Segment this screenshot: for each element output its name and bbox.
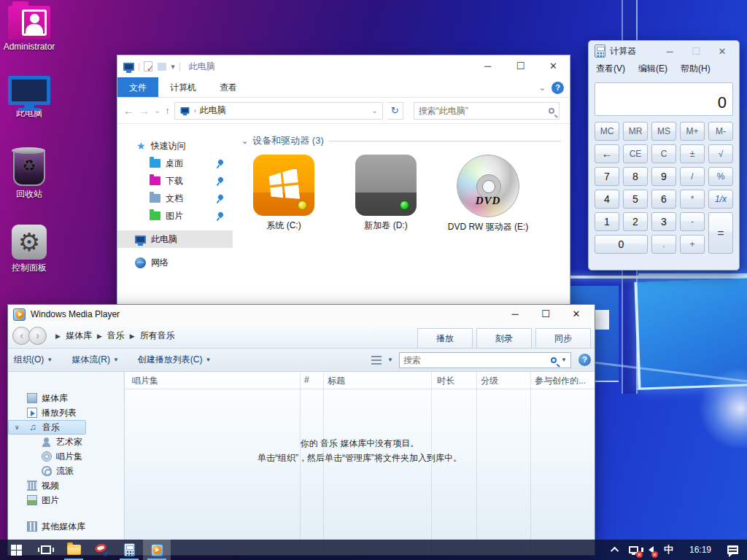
calculator-titlebar[interactable]: 计算器 ─ ☐ ✕: [589, 41, 739, 61]
back-button[interactable]: ←: [123, 104, 134, 117]
sidebar-item-desktop[interactable]: 桌面: [117, 155, 233, 172]
recent-locations-icon[interactable]: ⌄: [154, 106, 160, 115]
taskbar-calculator[interactable]: [115, 540, 143, 560]
close-button[interactable]: ✕: [561, 305, 592, 324]
button-c[interactable]: C: [651, 144, 676, 163]
taskbar-media-player[interactable]: [143, 540, 171, 560]
create-playlist-menu[interactable]: 创建播放列表(C)▼: [138, 354, 212, 366]
tab-computer[interactable]: 计算机: [158, 77, 208, 97]
button-1[interactable]: 1: [595, 212, 619, 231]
stream-menu[interactable]: 媒体流(R)▼: [71, 354, 119, 366]
minimize-button[interactable]: ─: [471, 55, 504, 77]
volume-status-icon[interactable]: ✕: [643, 540, 659, 560]
button-m-plus[interactable]: M+: [680, 122, 705, 141]
organize-menu[interactable]: 组织(O)▼: [14, 354, 53, 366]
button-decimal[interactable]: .: [651, 235, 676, 254]
tab-sync[interactable]: 同步: [535, 328, 591, 349]
button-3[interactable]: 3: [651, 212, 676, 231]
button-minus[interactable]: -: [680, 212, 705, 231]
search-input[interactable]: [419, 106, 549, 116]
desktop-icon-control-panel[interactable]: ⚙ 控制面板: [1, 225, 57, 274]
drive-e[interactable]: DVD DVD RW 驱动器 (E:): [447, 155, 529, 233]
button-mc[interactable]: MC: [595, 122, 619, 141]
button-ce[interactable]: CE: [623, 144, 648, 163]
action-center-button[interactable]: [722, 540, 747, 560]
forward-button[interactable]: →: [139, 104, 150, 117]
taskbar-snipping-tool[interactable]: ✂: [88, 540, 115, 560]
sidebar-item-this-pc[interactable]: 此电脑: [117, 230, 233, 248]
start-button[interactable]: [0, 540, 32, 560]
sidebar-item-pictures[interactable]: 图片: [117, 207, 233, 225]
column-contributing-artist[interactable]: 参与创作的...: [535, 375, 586, 387]
up-button[interactable]: ↑: [165, 105, 170, 116]
tab-burn[interactable]: 刻录: [476, 328, 532, 349]
button-mr[interactable]: MR: [623, 122, 648, 141]
show-hidden-icons-button[interactable]: [608, 540, 624, 560]
sidebar-item-album[interactable]: 唱片集: [8, 449, 124, 464]
sidebar-item-downloads[interactable]: 下载: [117, 172, 233, 190]
button-divide[interactable]: /: [680, 167, 705, 186]
sidebar-item-library[interactable]: 媒体库: [8, 391, 124, 405]
expand-ribbon-icon[interactable]: ⌄: [539, 83, 546, 93]
sidebar-item-other-libraries[interactable]: 其他媒体库: [8, 519, 124, 534]
button-2[interactable]: 2: [623, 212, 648, 231]
help-icon[interactable]: ?: [578, 354, 591, 366]
tab-file[interactable]: 文件: [117, 77, 158, 97]
button-sqrt[interactable]: √: [708, 144, 733, 163]
sidebar-item-music[interactable]: ∨ ♫ 音乐: [8, 420, 86, 435]
wmp-titlebar[interactable]: Windows Media Player ─ ☐ ✕: [8, 305, 595, 324]
button-backspace[interactable]: ←: [595, 144, 619, 163]
new-folder-icon[interactable]: [158, 63, 166, 71]
breadcrumb-music[interactable]: 音乐: [107, 330, 125, 342]
button-4[interactable]: 4: [595, 190, 619, 209]
explorer-titlebar[interactable]: | ▾ | 此电脑 ─ ☐ ✕: [117, 55, 570, 77]
button-plus[interactable]: +: [680, 235, 705, 254]
sidebar-item-documents[interactable]: 文档: [117, 190, 233, 207]
group-header[interactable]: ⌄ 设备和驱动器 (3): [241, 134, 561, 147]
desktop-icon-recycle-bin[interactable]: ♻ 回收站: [1, 149, 57, 201]
clock[interactable]: 16:19: [678, 540, 722, 560]
explorer-search[interactable]: [414, 102, 560, 120]
search-dropdown-icon[interactable]: ▼: [561, 357, 567, 363]
close-button[interactable]: ✕: [537, 55, 570, 77]
minimize-button[interactable]: ─: [500, 305, 530, 324]
help-icon[interactable]: ?: [551, 82, 564, 94]
button-m-minus[interactable]: M-: [708, 122, 733, 141]
button-8[interactable]: 8: [623, 167, 648, 186]
button-9[interactable]: 9: [651, 167, 676, 186]
button-ms[interactable]: MS: [651, 122, 676, 141]
menu-edit[interactable]: 编辑(E): [638, 63, 667, 75]
column-album[interactable]: 唱片集: [132, 375, 158, 387]
sidebar-item-quick-access[interactable]: ★ 快速访问: [117, 137, 233, 155]
ime-indicator[interactable]: 中: [659, 540, 678, 560]
forward-button[interactable]: ›: [28, 327, 47, 345]
button-0[interactable]: 0: [595, 235, 648, 254]
button-6[interactable]: 6: [651, 190, 676, 209]
column-length[interactable]: 时长: [437, 375, 454, 387]
breadcrumb-library[interactable]: 媒体库: [66, 330, 92, 342]
drive-c[interactable]: 系统 (C:): [243, 155, 325, 233]
desktop-icon-administrator[interactable]: Administrator: [1, 6, 57, 52]
collapse-group-icon[interactable]: ⌄: [241, 136, 248, 146]
address-bar[interactable]: › 此电脑 ⌄: [174, 102, 383, 120]
sidebar-item-artist[interactable]: 艺术家: [8, 435, 124, 449]
view-options-icon[interactable]: [371, 356, 382, 365]
button-multiply[interactable]: *: [680, 190, 705, 209]
button-percent[interactable]: %: [708, 167, 733, 186]
drive-d[interactable]: 新加卷 (D:): [345, 155, 427, 233]
sidebar-item-videos[interactable]: 视频: [8, 478, 124, 493]
column-rating[interactable]: 分级: [481, 375, 498, 387]
address-dropdown-icon[interactable]: ⌄: [371, 106, 377, 114]
taskbar-file-explorer[interactable]: [60, 540, 88, 560]
sidebar-item-network[interactable]: 网络: [117, 254, 233, 271]
column-title[interactable]: 标题: [328, 375, 345, 387]
minimize-button[interactable]: ─: [659, 46, 681, 57]
chevron-down-icon[interactable]: ∨: [15, 424, 20, 431]
properties-icon[interactable]: [144, 61, 152, 71]
button-equals[interactable]: =: [708, 212, 733, 254]
button-7[interactable]: 7: [595, 167, 619, 186]
sidebar-item-genre[interactable]: 流派: [8, 464, 124, 478]
sidebar-item-playlists[interactable]: 播放列表: [8, 405, 124, 420]
button-reciprocal[interactable]: 1/x: [708, 190, 733, 209]
tab-play[interactable]: 播放: [417, 328, 473, 349]
